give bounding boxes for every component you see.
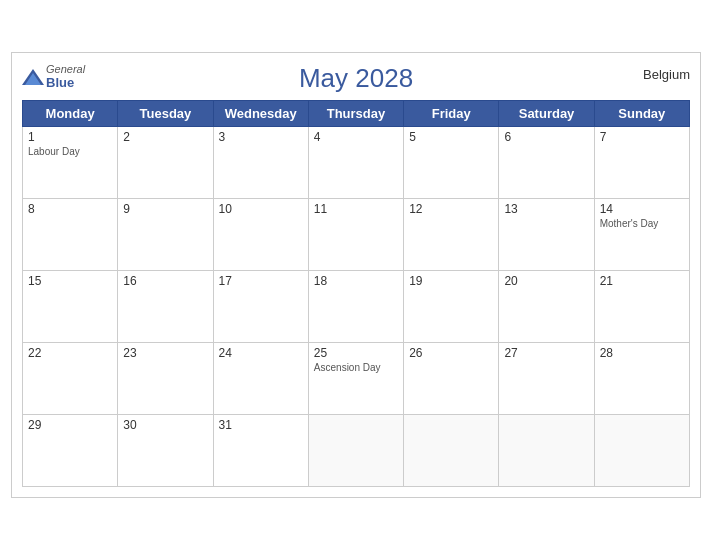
day-number: 7	[600, 130, 684, 144]
day-number: 12	[409, 202, 493, 216]
calendar-header: General Blue May 2028 Belgium	[22, 63, 690, 94]
calendar-day-cell	[499, 415, 594, 487]
calendar-day-cell: 14Mother's Day	[594, 199, 689, 271]
calendar-container: General Blue May 2028 Belgium Monday Tue…	[11, 52, 701, 498]
calendar-day-cell: 22	[23, 343, 118, 415]
calendar-day-cell: 28	[594, 343, 689, 415]
day-number: 30	[123, 418, 207, 432]
day-number: 14	[600, 202, 684, 216]
calendar-week-row-2: 891011121314Mother's Day	[23, 199, 690, 271]
calendar-day-cell: 13	[499, 199, 594, 271]
header-wednesday: Wednesday	[213, 101, 308, 127]
calendar-week-row-3: 15161718192021	[23, 271, 690, 343]
day-number: 21	[600, 274, 684, 288]
calendar-day-cell: 5	[404, 127, 499, 199]
calendar-day-cell: 4	[308, 127, 403, 199]
calendar-month-year: May 2028	[22, 63, 690, 94]
logo: General Blue	[22, 63, 85, 90]
calendar-day-cell: 20	[499, 271, 594, 343]
day-number: 15	[28, 274, 112, 288]
logo-blue-text: Blue	[46, 75, 85, 90]
calendar-day-cell: 18	[308, 271, 403, 343]
day-number: 13	[504, 202, 588, 216]
calendar-day-cell: 1Labour Day	[23, 127, 118, 199]
day-number: 16	[123, 274, 207, 288]
calendar-day-cell: 24	[213, 343, 308, 415]
calendar-week-row-5: 293031	[23, 415, 690, 487]
calendar-day-cell: 17	[213, 271, 308, 343]
calendar-day-cell: 16	[118, 271, 213, 343]
day-number: 22	[28, 346, 112, 360]
calendar-day-cell: 8	[23, 199, 118, 271]
holiday-name: Ascension Day	[314, 362, 398, 373]
day-number: 11	[314, 202, 398, 216]
day-number: 5	[409, 130, 493, 144]
day-number: 4	[314, 130, 398, 144]
holiday-name: Labour Day	[28, 146, 112, 157]
calendar-day-cell: 3	[213, 127, 308, 199]
calendar-day-cell: 25Ascension Day	[308, 343, 403, 415]
header-tuesday: Tuesday	[118, 101, 213, 127]
calendar-day-cell: 7	[594, 127, 689, 199]
holiday-name: Mother's Day	[600, 218, 684, 229]
header-saturday: Saturday	[499, 101, 594, 127]
day-number: 23	[123, 346, 207, 360]
calendar-day-cell: 15	[23, 271, 118, 343]
day-number: 8	[28, 202, 112, 216]
calendar-day-cell: 19	[404, 271, 499, 343]
header-thursday: Thursday	[308, 101, 403, 127]
header-friday: Friday	[404, 101, 499, 127]
calendar-week-row-4: 22232425Ascension Day262728	[23, 343, 690, 415]
calendar-weekday-header-row: Monday Tuesday Wednesday Thursday Friday…	[23, 101, 690, 127]
day-number: 9	[123, 202, 207, 216]
day-number: 27	[504, 346, 588, 360]
calendar-day-cell: 11	[308, 199, 403, 271]
day-number: 3	[219, 130, 303, 144]
day-number: 29	[28, 418, 112, 432]
day-number: 2	[123, 130, 207, 144]
calendar-day-cell	[594, 415, 689, 487]
calendar-grid: Monday Tuesday Wednesday Thursday Friday…	[22, 100, 690, 487]
calendar-day-cell: 21	[594, 271, 689, 343]
day-number: 24	[219, 346, 303, 360]
calendar-day-cell: 12	[404, 199, 499, 271]
calendar-day-cell: 10	[213, 199, 308, 271]
day-number: 26	[409, 346, 493, 360]
logo-general-text: General	[46, 63, 85, 75]
calendar-day-cell: 29	[23, 415, 118, 487]
calendar-week-row-1: 1Labour Day234567	[23, 127, 690, 199]
day-number: 10	[219, 202, 303, 216]
calendar-day-cell: 9	[118, 199, 213, 271]
day-number: 25	[314, 346, 398, 360]
calendar-day-cell: 23	[118, 343, 213, 415]
header-monday: Monday	[23, 101, 118, 127]
logo-icon	[22, 68, 44, 86]
day-number: 28	[600, 346, 684, 360]
calendar-day-cell	[308, 415, 403, 487]
day-number: 18	[314, 274, 398, 288]
calendar-day-cell	[404, 415, 499, 487]
day-number: 6	[504, 130, 588, 144]
day-number: 17	[219, 274, 303, 288]
day-number: 20	[504, 274, 588, 288]
country-label: Belgium	[643, 67, 690, 82]
header-sunday: Sunday	[594, 101, 689, 127]
calendar-day-cell: 26	[404, 343, 499, 415]
calendar-day-cell: 31	[213, 415, 308, 487]
day-number: 31	[219, 418, 303, 432]
calendar-day-cell: 2	[118, 127, 213, 199]
calendar-title: May 2028	[22, 63, 690, 94]
calendar-day-cell: 6	[499, 127, 594, 199]
day-number: 1	[28, 130, 112, 144]
calendar-day-cell: 27	[499, 343, 594, 415]
calendar-day-cell: 30	[118, 415, 213, 487]
day-number: 19	[409, 274, 493, 288]
